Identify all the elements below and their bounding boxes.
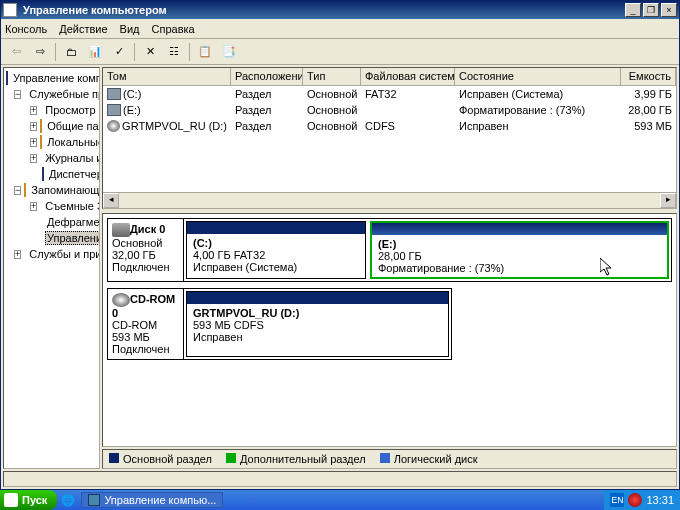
col-state[interactable]: Состояние (455, 68, 621, 85)
expand-icon[interactable]: + (30, 122, 37, 131)
legend-primary-swatch (109, 453, 119, 463)
tree-panel[interactable]: Управление компьютером (локал −Служебные… (3, 67, 100, 469)
windows-logo-icon (4, 493, 18, 507)
expand-icon[interactable]: + (30, 106, 37, 115)
app-icon (88, 494, 100, 506)
col-fs[interactable]: Файловая система (361, 68, 455, 85)
app-window: Управление компьютером _ ❐ × Консоль Дей… (0, 0, 680, 490)
refresh-button[interactable]: ✓ (108, 41, 130, 63)
tree-root[interactable]: Управление компьютером (локал (4, 70, 99, 86)
partition-d[interactable]: GRTMPVOL_RU (D:)593 МБ CDFSИсправен (186, 291, 449, 357)
tree-event-viewer[interactable]: +Просмотр событий (4, 102, 99, 118)
disk-map: Диск 0 Основной32,00 ГБПодключен (C:)4,0… (102, 213, 677, 447)
disk-0-info[interactable]: Диск 0 Основной32,00 ГБПодключен (108, 219, 184, 281)
col-type[interactable]: Тип (303, 68, 361, 85)
partition-e[interactable]: (E:)28,00 ГБФорматирование : (73%) (370, 221, 669, 279)
h-scrollbar[interactable]: ◂▸ (103, 192, 676, 208)
expand-icon[interactable]: + (30, 202, 37, 211)
volume-icon (107, 88, 121, 100)
window-title: Управление компьютером (21, 4, 623, 16)
computer-icon (6, 71, 8, 85)
status-bar (3, 471, 677, 487)
tree-system-tools[interactable]: −Служебные программы (4, 86, 99, 102)
folder-icon (40, 119, 42, 133)
expand-icon[interactable]: + (30, 154, 37, 163)
close-button[interactable]: × (661, 3, 677, 17)
menubar: Консоль Действие Вид Справка (1, 19, 679, 39)
up-button[interactable]: 🗀 (60, 41, 82, 63)
list-row[interactable]: GRTMPVOL_RU (D:)РазделОсновнойCDFSИсправ… (103, 118, 676, 134)
help-button[interactable]: 📋 (194, 41, 216, 63)
col-volume[interactable]: Том (103, 68, 231, 85)
language-indicator[interactable]: EN (610, 493, 624, 507)
menu-view[interactable]: Вид (120, 23, 140, 35)
tree-services[interactable]: +Службы и приложения (4, 246, 99, 262)
users-icon (40, 135, 42, 149)
scroll-right-button[interactable]: ▸ (660, 193, 676, 208)
tree-disk-mgmt[interactable]: Управление дисками (4, 230, 99, 246)
volume-list[interactable]: Том Расположение Тип Файловая система Со… (102, 67, 677, 209)
app-icon (3, 3, 17, 17)
delete-button[interactable]: ✕ (139, 41, 161, 63)
disk-icon (112, 223, 130, 237)
forward-button[interactable]: ⇨ (29, 41, 51, 63)
storage-icon (24, 183, 26, 197)
back-button: ⇦ (5, 41, 27, 63)
tree-shared-folders[interactable]: +Общие папки (4, 118, 99, 134)
tray-shield-icon[interactable] (628, 493, 642, 507)
disk-0-row[interactable]: Диск 0 Основной32,00 ГБПодключен (C:)4,0… (107, 218, 672, 282)
props-button[interactable]: ☷ (163, 41, 185, 63)
cd-icon (112, 293, 130, 307)
menu-action[interactable]: Действие (59, 23, 107, 35)
tree-defrag[interactable]: Дефрагментация диска (4, 214, 99, 230)
titlebar[interactable]: Управление компьютером _ ❐ × (1, 1, 679, 19)
tree-removable[interactable]: +Съемные ЗУ (4, 198, 99, 214)
volume-icon (107, 104, 121, 116)
list-row[interactable]: (E:)РазделОсновнойФорматирование : (73%)… (103, 102, 676, 118)
tree-local-users[interactable]: +Локальные пользователи (4, 134, 99, 150)
expand-icon[interactable]: + (14, 250, 21, 259)
partition-c[interactable]: (C:)4,00 ГБ FAT32Исправен (Система) (186, 221, 366, 279)
collapse-icon[interactable]: − (14, 90, 21, 99)
prop-button[interactable]: 📊 (84, 41, 106, 63)
col-layout[interactable]: Расположение (231, 68, 303, 85)
collapse-icon[interactable]: − (14, 186, 21, 195)
minimize-button[interactable]: _ (625, 3, 641, 17)
legend-extended-swatch (226, 453, 236, 463)
taskbar: Пуск 🌐 Управление компью... EN 13:31 (0, 490, 680, 510)
list-header: Том Расположение Тип Файловая система Со… (103, 68, 676, 86)
taskbar-app[interactable]: Управление компью... (81, 492, 223, 508)
tree-perf-logs[interactable]: +Журналы и оповещения (4, 150, 99, 166)
col-capacity[interactable]: Емкость (621, 68, 676, 85)
cdrom-row[interactable]: CD-ROM 0 CD-ROM593 МБПодключен GRTMPVOL_… (107, 288, 452, 360)
clock[interactable]: 13:31 (646, 494, 674, 506)
system-tray[interactable]: EN 13:31 (604, 490, 680, 510)
list-button[interactable]: 📑 (218, 41, 240, 63)
quicklaunch-icon[interactable]: 🌐 (57, 489, 79, 510)
cd-icon (107, 120, 120, 132)
tree-storage[interactable]: −Запоминающие устройства (4, 182, 99, 198)
start-button[interactable]: Пуск (0, 490, 57, 510)
menu-console[interactable]: Консоль (5, 23, 47, 35)
restore-button[interactable]: ❐ (643, 3, 659, 17)
list-row[interactable]: (C:)РазделОсновнойFAT32Исправен (Система… (103, 86, 676, 102)
scroll-left-button[interactable]: ◂ (103, 193, 119, 208)
menu-help[interactable]: Справка (152, 23, 195, 35)
legend: Основной раздел Дополнительный раздел Ло… (102, 449, 677, 469)
tree-device-mgr[interactable]: Диспетчер устройств (4, 166, 99, 182)
device-icon (42, 167, 44, 181)
legend-logical-swatch (380, 453, 390, 463)
cdrom-info[interactable]: CD-ROM 0 CD-ROM593 МБПодключен (108, 289, 184, 359)
toolbar: ⇦ ⇨ 🗀 📊 ✓ ✕ ☷ 📋 📑 (1, 39, 679, 65)
expand-icon[interactable]: + (30, 138, 37, 147)
